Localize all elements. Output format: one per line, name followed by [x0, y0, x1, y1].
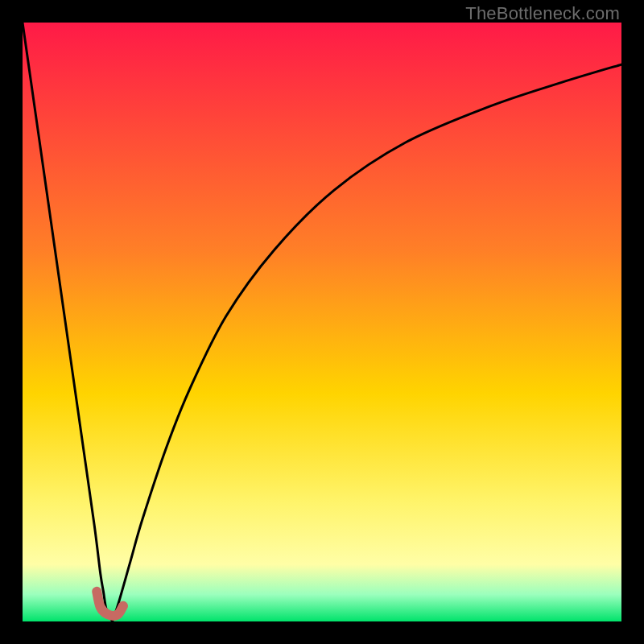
- chart-svg: [23, 23, 621, 621]
- chart-frame: TheBottleneck.com: [0, 0, 644, 644]
- gradient-background: [23, 23, 621, 621]
- plot-area: [23, 23, 621, 621]
- watermark-text: TheBottleneck.com: [465, 3, 620, 24]
